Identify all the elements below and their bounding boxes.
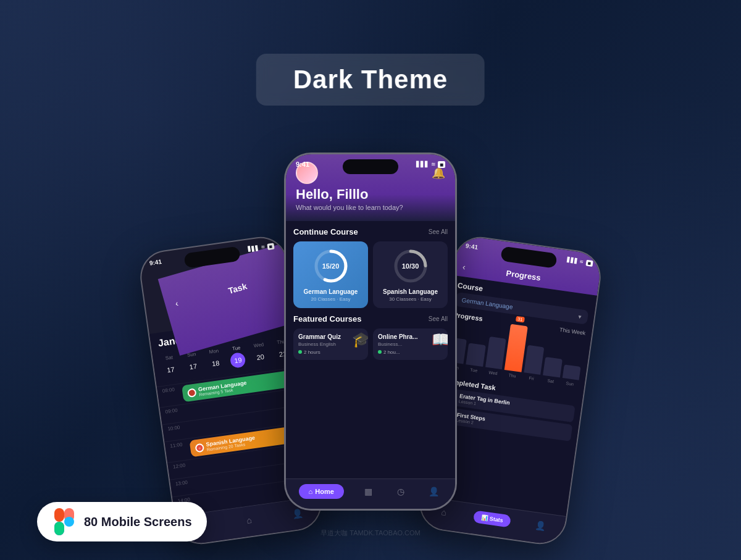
cal-day-num: 17	[162, 361, 179, 378]
spanish-progress-label: 10/30	[392, 248, 429, 285]
cal-day-sun: Sun 17	[184, 351, 202, 375]
nav-icon-home[interactable]: ⌂	[240, 511, 259, 530]
home-nav-button[interactable]: ⌂ Home	[299, 484, 344, 499]
featured-title: Featured Courses	[293, 314, 362, 324]
bar-label-fri: Fri	[529, 376, 534, 381]
cal-day-mon: Mon 18	[206, 348, 224, 372]
bar-fri: Fri	[523, 345, 545, 382]
bottom-nav-center: ⌂ Home ▦ ◷ 👤	[286, 479, 455, 509]
battery-icon-right: ■	[585, 259, 593, 266]
bar-sat-fill	[543, 357, 562, 378]
status-time-left: 9:41	[149, 258, 162, 267]
status-time-center: 9:41	[296, 161, 309, 168]
bar-sat: Sat	[542, 357, 563, 384]
german-course-name: German Language	[304, 288, 358, 295]
home-nav-icon: ⌂	[309, 488, 313, 495]
cal-day-label: Wed	[253, 341, 264, 348]
cal-day-wed: Wed 20	[251, 341, 269, 366]
greeting-subtext: What would you like to learn today?	[296, 204, 445, 211]
course-cards: 15/20 German Language 20 Classes · Easy	[293, 241, 448, 308]
illustration-icon2: 📖	[432, 331, 448, 348]
spanish-course-name: Spanish Language	[383, 288, 438, 295]
bar-label-tue: Tue	[470, 367, 478, 373]
online-phrase-time: 2 hou...	[378, 349, 443, 355]
phones-container: ‹ Task 📅 9:41 ▋▋▋ ≋ ■ January 19, 2023 S…	[93, 165, 648, 523]
cal-day-tue-active[interactable]: Tue 19	[228, 345, 246, 369]
nav-icon-person-right[interactable]: 👤	[530, 516, 550, 536]
bar-value-thu: 31	[516, 316, 525, 323]
signal-icon-left: ▋▋▋	[248, 245, 259, 252]
spanish-progress-circle: 10/30	[392, 248, 429, 285]
task-info-1: Erater Tag in Berlin Lesson 1	[458, 393, 510, 410]
bar-label-thu: Thu	[508, 373, 516, 378]
cal-day-label: Tue	[232, 345, 241, 352]
task-screen-title: Task	[175, 266, 301, 311]
figma-logo	[52, 509, 77, 534]
signal-icon-center: ▋▋▋	[416, 161, 429, 167]
cal-day-num-active: 19	[230, 352, 246, 369]
bar-label-wed: Wed	[488, 370, 498, 375]
cal-day-num: 17	[185, 358, 201, 375]
signal-icon-right: ▋▋▋	[566, 257, 578, 264]
featured-see-all[interactable]: See All	[429, 316, 448, 322]
nav-icon-person-center[interactable]: 👤	[425, 483, 442, 500]
wifi-icon-right: ≋	[579, 259, 584, 265]
cal-day-sat: Sat 17	[161, 354, 179, 378]
time-label: 08:00	[162, 386, 180, 394]
progress-bar-label: Progress	[453, 311, 484, 323]
german-progress-label: 15/20	[312, 248, 350, 285]
bar-wed: Wed	[484, 336, 506, 376]
continue-section-header: Continue Course See All	[293, 227, 448, 236]
cal-day-num: 20	[252, 349, 269, 366]
greeting-text: Hello, Filllo	[296, 186, 445, 203]
dark-theme-title: Dark Theme	[293, 65, 448, 94]
grammar-quiz-time: 2 hours	[298, 349, 363, 355]
course-selected: German Language	[461, 296, 513, 311]
svg-point-7	[64, 517, 74, 527]
battery-icon-left: ■	[267, 243, 275, 249]
home-nav-label: Home	[315, 488, 334, 495]
featured-section-header: Featured Courses See All	[293, 314, 448, 324]
bar-fri-fill	[524, 345, 544, 375]
bar-wed-fill	[485, 336, 506, 369]
spanish-course-card[interactable]: 10/30 Spanish Language 30 Classees · Eas…	[373, 241, 448, 308]
cal-day-num: 18	[207, 355, 224, 372]
this-week-selector[interactable]: This Week	[559, 327, 586, 336]
cal-day-label: Mon	[209, 348, 219, 355]
online-phrase-card[interactable]: Online Phra... Business... 📖 2 hou...	[373, 328, 448, 360]
stats-icon: 📊	[480, 514, 488, 521]
german-progress-circle: 15/20	[312, 248, 350, 285]
svg-rect-8	[54, 522, 64, 535]
illustration-icon: 🎓	[352, 331, 368, 348]
bottom-badge: 80 Mobile Screens	[37, 502, 207, 541]
svg-rect-4	[54, 508, 64, 522]
continue-title: Continue Course	[293, 227, 358, 236]
watermark: 早道大咖 TAMDK.TAOBAO.COM	[320, 529, 421, 538]
bar-tue-fill	[466, 343, 486, 367]
bar-label-sat: Sat	[547, 378, 554, 383]
spanish-course-meta: 30 Classees · Easy	[389, 296, 431, 302]
dark-theme-label: Dark Theme	[256, 54, 485, 106]
nav-icon-clock-center[interactable]: ◷	[392, 483, 409, 500]
bell-icon[interactable]: 🔔	[432, 166, 445, 180]
wifi-icon-left: ≋	[261, 244, 266, 251]
wifi-icon-center: ≋	[431, 161, 436, 167]
stats-label: Stats	[489, 516, 503, 524]
nav-icon-calendar-center[interactable]: ▦	[359, 483, 377, 500]
featured-cards: Grammar Quiz Business English 🎓 2 hours …	[293, 328, 448, 360]
progress-screen-title: Progress	[506, 268, 542, 282]
badge-text: 80 Mobile Screens	[84, 515, 192, 529]
home-content: Continue Course See All 15/20 Ger	[286, 221, 455, 479]
phone-home: 9:41 ▋▋▋ ≋ ■ 🔔 Hello, Filllo What would …	[284, 153, 457, 511]
back-arrow-right[interactable]: ‹	[462, 262, 466, 272]
bar-sun-fill	[562, 364, 580, 380]
german-course-card[interactable]: 15/20 German Language 20 Classes · Easy	[293, 241, 368, 308]
continue-see-all[interactable]: See All	[429, 228, 448, 235]
battery-icon-center: ■	[438, 161, 445, 168]
grammar-quiz-card[interactable]: Grammar Quiz Business English 🎓 2 hours	[293, 328, 368, 360]
stats-button[interactable]: 📊 Stats	[473, 510, 511, 527]
bar-tue: Tue	[465, 343, 486, 374]
german-course-meta: 20 Classes · Easy	[311, 296, 350, 302]
chevron-down-icon: ▾	[578, 313, 582, 320]
cal-day-label: Sat	[165, 354, 173, 361]
